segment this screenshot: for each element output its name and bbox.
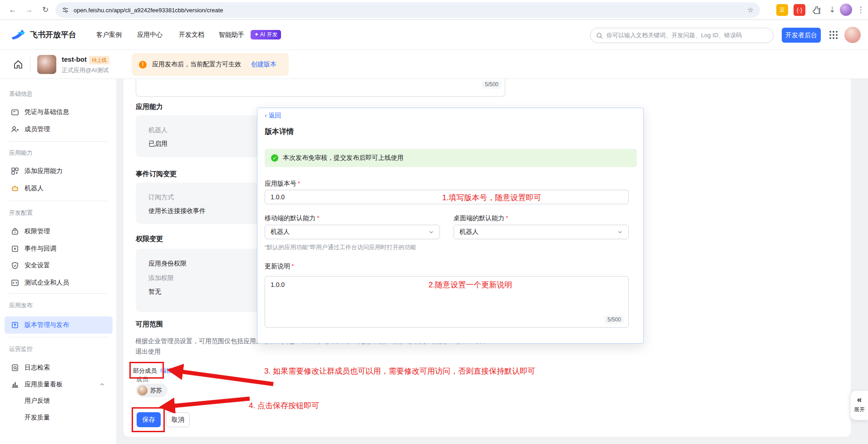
brand-title[interactable]: 飞书开放平台 [30,30,76,40]
annotation-arrow-4 [156,393,255,413]
user-add-icon [11,125,19,133]
cancel-button[interactable]: 取消 [166,412,190,427]
upload-icon [11,321,19,329]
status-badge: 待上线 [89,56,109,64]
chevron-up-icon[interactable] [98,382,106,387]
browser-toolbar: ← → ↻ open.feishu.cn/app/cli_a9242fee933… [0,0,868,20]
app-subtitle: 正式应用@AI测试 [62,66,108,74]
sidebar-section-devconfig: 开发配置 [9,209,33,217]
success-banner-text: 本次发布免审核，提交发布后即可上线使用 [283,154,404,162]
check-circle-icon: ✓ [271,154,278,162]
back-link[interactable]: ‹ 返回 [265,112,281,120]
home-icon[interactable] [13,59,24,70]
required-asterisk: * [298,180,300,187]
browser-back-icon[interactable]: ← [7,5,18,15]
required-asterisk: * [506,214,508,222]
desktop-capability-select[interactable]: 机器人 [454,225,629,239]
double-chevron-left-icon: « [851,395,868,405]
site-settings-icon[interactable] [62,6,69,14]
char-counter: 5/500 [605,316,624,324]
char-counter: 5/500 [482,80,501,89]
version-number-label: 应用版本号* [265,180,300,188]
bookmark-star-icon[interactable]: ☆ [748,6,754,14]
sidebar-item-user-feedback[interactable]: 用户反馈 [5,392,113,409]
sidebar-item-permissions[interactable]: 权限管理 [5,223,113,240]
sidebar-item-version-release[interactable]: 版本管理与发布 [5,316,113,334]
annotation-note-4: 4. 点击保存按钮即可 [249,400,319,411]
event-callback-icon [11,245,19,253]
mobile-capability-label: 移动端的默认能力* [265,214,319,222]
browser-menu-icon[interactable]: ⋮ [855,5,866,15]
sidebar-item-log-search[interactable]: 日志检索 [5,359,113,376]
sidebar-item-test-org[interactable]: 测试企业和人员 [5,274,113,291]
id-card-icon [11,108,19,116]
nav-item-appcenter[interactable]: 应用中心 [137,31,163,39]
sidebar-item-members[interactable]: 成员管理 [5,121,113,138]
downloads-icon[interactable]: ⇣ [827,5,838,15]
mobile-capability-select[interactable]: 机器人 [265,225,440,239]
apps-grid-icon[interactable] [829,30,838,39]
sidebar-section-ops: 运营监控 [9,345,33,353]
search-placeholder: 你可以输入文档关键词、开发问题、Log ID、错误码 [607,31,742,39]
dev-console-button[interactable]: 开发者后台 [782,28,821,43]
app-name: test-bot [62,55,87,63]
sidebar-item-dev-quality[interactable]: 开发质量 [5,409,113,426]
section-title-scope: 可用范围 [136,320,163,329]
shield-check-icon [11,261,19,270]
ai-dev-badge[interactable]: ✦ AI 开发 [251,30,281,39]
search-input[interactable]: 你可以输入文档关键词、开发问题、Log ID、错误码 [590,28,774,43]
sidebar-item-credentials[interactable]: 凭证与基础信息 [5,104,113,121]
extension-notes-icon[interactable]: ☰ [776,4,788,16]
sidebar-item-bot[interactable]: 机器人 [5,180,113,197]
clipped-textarea[interactable]: 5/500 [136,79,505,97]
user-avatar[interactable] [844,27,861,43]
chevron-down-icon [617,229,623,235]
section-title-permission: 权限变更 [136,235,163,243]
sidebar-divider [9,141,107,142]
feishu-top-nav: 飞书开放平台 客户案例 应用中心 开发文档 智能助手 ✦ AI 开发 你可以输入… [0,20,868,50]
sidebar-divider [9,293,107,294]
sidebar-item-security[interactable]: 安全设置 [5,257,113,274]
sidebar-divider [9,201,107,201]
extensions-puzzle-icon[interactable] [811,4,823,16]
section-title-event: 事件订阅变更 [136,170,177,178]
sidebar-section-release: 应用发布 [9,301,33,310]
sidebar-item-add-capability[interactable]: 添加应用能力 [5,163,113,180]
nav-item-assistant[interactable]: 智能助手 [219,31,244,39]
annotation-box-edit [129,362,164,379]
url-text: open.feishu.cn/app/cli_a9242fee93381cbb/… [74,7,748,14]
sidebar-item-quality-board[interactable]: 应用质量看板 [5,376,113,393]
chevron-down-icon [429,229,434,235]
annotation-arrow-3 [163,362,279,389]
address-bar[interactable]: open.feishu.cn/app/cli_a9242fee93381cbb/… [55,2,760,18]
log-search-icon [11,364,19,372]
code-icon [11,279,19,287]
annotation-note-3: 3. 如果需要修改让群成员也可以用，需要修改可用访问，否则直接保持默认即可 [264,366,535,376]
required-asterisk: * [291,262,294,270]
app-avatar [37,55,56,74]
workspace: 基础信息 凭证与基础信息 成员管理 应用能力 添加应用能力 机器人 开发配置 权… [0,79,868,444]
version-detail-modal: ‹ 返回 版本详情 ✓ 本次发布免审核，提交发布后即可上线使用 应用版本号* 1… [257,108,644,344]
expand-label: 展开 [851,406,868,414]
feishu-logo-icon[interactable] [11,28,26,43]
browser-reload-icon[interactable]: ↻ [40,5,51,15]
chevron-left-icon: ‹ [265,112,267,119]
required-asterisk: * [317,214,319,222]
lock-case-icon [11,227,19,236]
header-divider [30,57,30,72]
browser-forward-icon[interactable]: → [24,5,35,15]
section-title-capability: 应用能力 [136,103,163,111]
browser-profile-avatar[interactable] [840,4,852,16]
sidebar-section-basic: 基础信息 [9,90,33,98]
annotation-note-2: 2.随意设置一个更新说明 [429,280,512,290]
expand-panel-toggle[interactable]: « 展开 [851,391,868,420]
sidebar-item-events[interactable]: 事件与回调 [5,240,113,257]
extension-code-icon[interactable]: {·} [794,4,805,16]
sidebar-section-capability: 应用能力 [9,149,33,157]
success-banner: ✓ 本次发布免审核，提交发布后即可上线使用 [265,149,637,167]
nav-item-cases[interactable]: 客户案例 [96,31,122,39]
create-version-link[interactable]: 创建版本 [251,60,276,69]
nav-item-docs[interactable]: 开发文档 [179,31,204,39]
release-notes-label: 更新说明* [265,262,294,271]
sidebar-divider [9,337,107,337]
